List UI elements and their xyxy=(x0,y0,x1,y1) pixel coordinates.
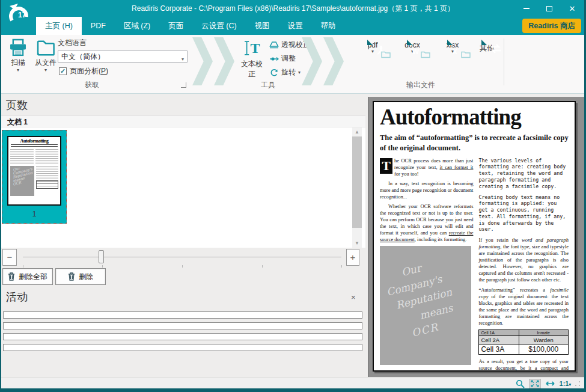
tab-page[interactable]: 页面 xyxy=(159,17,192,35)
zoom-slider-track[interactable] xyxy=(23,257,341,257)
caret-down-icon: ▾ xyxy=(5,68,31,73)
tools-group-label: 工具 xyxy=(238,80,298,90)
zoom-slider-handle[interactable] xyxy=(99,250,104,263)
delete-all-button[interactable]: 删除全部 xyxy=(2,268,53,285)
document-preview-panel[interactable]: Autoformatting The aim of “autoformattin… xyxy=(368,97,584,377)
export-pdf-button[interactable]: pdf ▾ xyxy=(359,40,386,54)
ribbon-tab-row: 主页 (H) PDF 区域 (Z) 页面 云设置 (C) 视图 设置 帮助 Re… xyxy=(0,17,586,35)
zoom-ratio-selector[interactable]: 1:1▾ xyxy=(560,380,571,387)
checkbox-check-icon: ✓ xyxy=(59,67,67,75)
thumbnail-zoom-row: − + xyxy=(0,249,365,267)
tab-help[interactable]: 帮助 xyxy=(312,17,345,35)
tab-cloud[interactable]: 云设置 (C) xyxy=(192,17,245,35)
thumbnail-table xyxy=(36,180,58,189)
slider-tick xyxy=(341,265,342,268)
activity-progress-bar xyxy=(3,311,362,319)
maximize-icon xyxy=(546,6,552,11)
fit-page-button[interactable] xyxy=(529,379,541,388)
zoom-in-button[interactable]: + xyxy=(346,249,359,266)
readiris-store-button[interactable]: Readiris 商店 xyxy=(522,19,581,33)
doc-paragraph: Whether your OCR software reformats the … xyxy=(380,203,473,243)
chevron-separator-icon xyxy=(192,37,213,85)
doc-mono-paragraph: Creating body text means no formatting i… xyxy=(478,194,569,233)
thumbnail-scrollbar[interactable]: ▲ ▼ xyxy=(352,127,362,248)
acquire-group-label: 获取 xyxy=(5,80,179,90)
app-window: Readiris Corporate - C:\Program Files (x… xyxy=(0,0,586,392)
caret-down-icon: ▾ xyxy=(298,70,301,75)
document-language-label: 文档语言 xyxy=(58,38,87,48)
output-group-label: 输出文件 xyxy=(352,80,490,90)
page-analysis-checkbox[interactable]: ✓ 页面分析(P) xyxy=(59,66,108,76)
slider-tick xyxy=(182,265,183,268)
adjust-button[interactable]: 调整 xyxy=(269,54,296,64)
preview-page: Autoformatting The aim of “autoformattin… xyxy=(373,101,576,372)
dropcap: T xyxy=(380,158,392,174)
activity-close-icon[interactable]: × xyxy=(351,293,356,302)
doc-photo: Our Company's Reputation means OCR xyxy=(380,246,471,365)
perspective-icon xyxy=(269,41,279,49)
trash-icon xyxy=(68,272,75,281)
tab-pdf[interactable]: PDF xyxy=(82,17,115,35)
export-other-button[interactable]: 其他 xyxy=(475,40,499,54)
adjust-icon xyxy=(269,55,279,63)
export-docx-button[interactable]: w docx ▾ xyxy=(399,40,426,54)
doc-paragraph: The OCR process does more than just reco… xyxy=(380,158,473,177)
page-analysis-label: 页面分析(P) xyxy=(70,66,108,76)
slider-tick xyxy=(102,265,103,268)
from-file-button[interactable]: 从文件 ▾ xyxy=(32,38,59,73)
chevron-separator-icon xyxy=(323,37,344,85)
zoom-out-button[interactable]: − xyxy=(2,249,17,266)
thumbnail-list: Autoformatting Our Company's Reputation … xyxy=(1,127,365,248)
logo-number: 17 xyxy=(18,11,26,19)
document-group-header[interactable]: 文档 1 xyxy=(1,115,365,127)
fit-width-icon[interactable] xyxy=(545,381,555,387)
scrollbar-thumb[interactable] xyxy=(352,136,362,228)
fit-page-icon xyxy=(531,380,539,387)
folder-icon xyxy=(32,38,59,57)
tab-home[interactable]: 主页 (H) xyxy=(36,17,82,35)
minimize-button[interactable] xyxy=(517,2,536,15)
page-thumbnail-image: Autoformatting Our Company's Reputation … xyxy=(7,136,61,206)
doc-table: Cell 1AInmate Cell 2AWarden Cell 3A$100,… xyxy=(478,329,569,355)
window-title: Readiris Corporate - C:\Program Files (x… xyxy=(0,0,586,17)
ribbon: 扫描 ▾ 从文件 ▾ 文档语言 中文（简体） ▾ ✓ 页面分析(P) 获取 xyxy=(0,35,586,94)
page-number-label: 1 xyxy=(2,210,66,218)
title-bar: Readiris Corporate - C:\Program Files (x… xyxy=(0,0,586,17)
rotate-button[interactable]: 旋转 ▾ xyxy=(269,67,301,78)
close-button[interactable]: ✕ xyxy=(563,2,581,15)
readiris-logo: 17 xyxy=(6,2,35,26)
doc-mono-paragraph: The various levels of formatting are: cr… xyxy=(478,158,569,190)
slider-tick xyxy=(23,265,23,268)
tab-view[interactable]: 视图 xyxy=(246,17,279,35)
folder-icon xyxy=(461,51,471,58)
acquire-dialog-launcher-icon[interactable] xyxy=(181,82,186,88)
page-thumbnail-selected[interactable]: Autoformatting Our Company's Reputation … xyxy=(2,130,67,224)
rotate-label: 旋转 xyxy=(281,67,296,78)
scroll-down-icon[interactable]: ▼ xyxy=(352,239,362,248)
delete-button[interactable]: 删除 xyxy=(55,268,106,285)
scan-button[interactable]: 扫描 ▾ xyxy=(5,38,31,73)
resize-grip[interactable] xyxy=(575,381,580,386)
minimize-icon xyxy=(523,8,530,9)
chevron-separator-icon xyxy=(214,37,234,85)
slider-tick xyxy=(262,265,263,268)
text-correction-button[interactable]: T 文本校正 xyxy=(238,38,266,79)
maximize-button[interactable] xyxy=(540,2,558,15)
export-xlsx-button[interactable]: x xlsx ▾ xyxy=(439,40,466,54)
rotate-icon xyxy=(269,69,279,77)
caret-down-icon: ▾ xyxy=(569,382,571,387)
trash-icon xyxy=(8,272,15,281)
tab-settings[interactable]: 设置 xyxy=(279,17,312,35)
caret-down-icon: ▾ xyxy=(32,68,59,73)
window-border xyxy=(0,388,586,392)
thumbnail-photo: Our Company's Reputation means OCR xyxy=(10,166,34,196)
doc-paragraph: In a way, text recognition is becoming m… xyxy=(380,180,473,200)
activity-panel-title: 活动 xyxy=(6,290,28,304)
text-correction-label: 文本校正 xyxy=(238,59,266,79)
folder-icon xyxy=(421,51,430,58)
document-language-select[interactable]: 中文（简体） ▾ xyxy=(58,51,188,63)
scanner-icon xyxy=(5,38,31,57)
scroll-up-icon[interactable]: ▲ xyxy=(352,127,362,136)
tab-zones[interactable]: 区域 (Z) xyxy=(115,17,159,35)
magnifier-icon[interactable] xyxy=(516,379,525,388)
